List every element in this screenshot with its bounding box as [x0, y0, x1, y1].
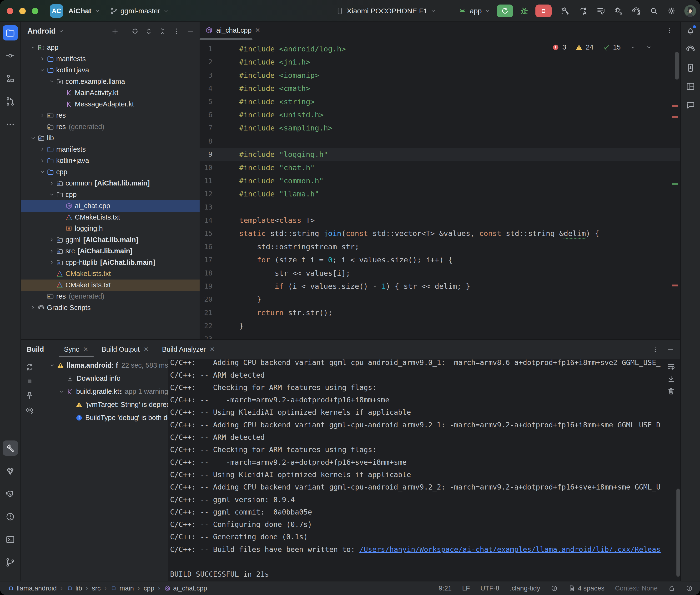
problems-status-icon[interactable]: [686, 585, 693, 592]
rerun-sync-icon[interactable]: [25, 363, 34, 372]
change-stripe-mark[interactable]: [672, 183, 678, 185]
chevron-closed[interactable]: [49, 237, 55, 243]
tree-item-res[interactable]: res: [21, 110, 200, 121]
tree-item-manifests[interactable]: manifests: [21, 53, 200, 65]
stop-disabled-icon[interactable]: [25, 377, 34, 386]
tree-item-mainactivity-kt[interactable]: MainActivity.kt: [21, 87, 200, 98]
build-tab-build-output[interactable]: Build Output✕: [95, 340, 155, 359]
chevron-open[interactable]: [30, 45, 36, 51]
chevron-closed[interactable]: [30, 305, 36, 311]
chevron-open[interactable]: [39, 169, 46, 175]
code-style-config[interactable]: .clang-tidy: [510, 585, 540, 592]
attach-debugger-icon[interactable]: [614, 6, 623, 16]
breadcrumb-item-src[interactable]: src: [92, 585, 101, 592]
tool-window-button-pull-requests-icon[interactable]: [3, 94, 18, 109]
tree-item-messageadapter-kt[interactable]: MessageAdapter.kt: [21, 98, 200, 110]
tree-item-res[interactable]: res (generated): [21, 121, 200, 133]
build-tab-build-analyzer[interactable]: Build Analyzer✕: [155, 340, 222, 359]
close-tab-icon[interactable]: ✕: [209, 346, 215, 353]
tool-window-button-commit-icon[interactable]: [3, 48, 18, 63]
scroll-to-end-icon[interactable]: [667, 374, 675, 383]
tool-window-button-terminal-icon[interactable]: [3, 532, 18, 547]
build-hammer-run-icon[interactable]: [561, 6, 570, 16]
tree-item-ai-chat-cpp[interactable]: C ai_chat.cpp: [21, 200, 200, 212]
breadcrumb-item-cpp[interactable]: cpp: [144, 585, 155, 592]
debug-button[interactable]: [519, 6, 529, 16]
branch-selector[interactable]: ggml-master: [110, 7, 169, 15]
close-window-button[interactable]: [7, 8, 13, 14]
lock-open-icon[interactable]: [668, 585, 675, 592]
tool-window-button-problems-icon[interactable]: [3, 509, 18, 524]
notifications-bell-icon[interactable]: [685, 26, 696, 36]
user-avatar[interactable]: [684, 5, 696, 17]
chevron-open[interactable]: [49, 192, 55, 198]
editor-options-kebab-icon[interactable]: [666, 26, 674, 35]
tree-item-gradle-scripts[interactable]: Gradle Scripts: [21, 302, 200, 314]
close-tab-icon[interactable]: ✕: [255, 26, 260, 34]
tree-item-lib[interactable]: lib: [21, 132, 200, 144]
tree-item-com-example-llama[interactable]: com.example.llama: [21, 76, 200, 87]
layout-inspector-icon[interactable]: [685, 81, 696, 91]
hide-panel-icon[interactable]: [186, 27, 194, 35]
context-indicator[interactable]: Context: None: [615, 585, 657, 592]
chevron-open[interactable]: [39, 67, 46, 73]
line-ending[interactable]: LF: [462, 585, 470, 592]
tool-window-button-project-folder-icon[interactable]: [3, 25, 18, 40]
tree-item-cmakelists-txt[interactable]: CMakeLists.txt: [21, 212, 200, 223]
chevron-open[interactable]: [58, 389, 64, 395]
breadcrumb-item-llama-android[interactable]: llama.android: [8, 585, 57, 592]
settings-gear-icon[interactable]: [667, 6, 676, 16]
file-encoding[interactable]: UTF-8: [480, 585, 499, 592]
chevron-closed[interactable]: [49, 259, 55, 265]
chevron-open[interactable]: [49, 362, 55, 369]
tree-item-logging-h[interactable]: H logging.h: [21, 223, 200, 234]
tree-item-cmakelists-txt[interactable]: CMakeLists.txt: [21, 268, 200, 280]
tree-item-app[interactable]: app: [21, 42, 200, 53]
chevron-closed[interactable]: [39, 146, 46, 152]
build-tree-item[interactable]: build.gradle.kts app 1 warning: [38, 385, 168, 398]
chevron-closed[interactable]: [39, 56, 46, 62]
tree-item-kotlin-java[interactable]: kotlin+java: [21, 155, 200, 166]
editor-scrollbar-thumb[interactable]: [675, 52, 679, 80]
chevron-closed[interactable]: [39, 158, 46, 164]
tree-item-kotlin-java[interactable]: kotlin+java: [21, 64, 200, 76]
rerun-button[interactable]: [497, 4, 513, 18]
build-output-path-link[interactable]: /Users/hanyin/Workspace/ai-chat/examples…: [359, 545, 661, 554]
next-problem-chevron-icon[interactable]: [645, 44, 652, 51]
tool-window-button-gemini-icon[interactable]: [3, 463, 18, 479]
pin-tab-icon[interactable]: [25, 391, 34, 400]
build-variants-icon[interactable]: [596, 6, 606, 16]
add-icon[interactable]: [111, 27, 119, 35]
tool-window-button-version-control-icon[interactable]: [3, 555, 18, 570]
chevron-open[interactable]: [49, 78, 55, 85]
collapse-all-icon[interactable]: [159, 27, 167, 35]
error-stripe-mark[interactable]: [672, 285, 678, 286]
tree-item-cpp[interactable]: cpp: [21, 189, 200, 200]
inspections-widget[interactable]: 3 24 15: [552, 43, 652, 51]
build-tree-item[interactable]: Download info: [38, 372, 168, 385]
device-explorer-icon[interactable]: [685, 63, 696, 73]
window-controls[interactable]: [7, 8, 38, 14]
tree-item-ggml[interactable]: ggml [AiChat.lib.main]: [21, 234, 200, 246]
breadcrumb-item-main[interactable]: main: [110, 585, 134, 592]
tool-window-button-structure-icon[interactable]: [3, 71, 18, 86]
filter-view-icon[interactable]: [25, 405, 34, 415]
stop-button[interactable]: [535, 4, 552, 18]
build-tree-item[interactable]: llama.android: fi 22 sec, 583 ms: [38, 359, 168, 372]
chevron-closed[interactable]: [39, 112, 46, 119]
close-tab-icon[interactable]: ✕: [143, 346, 149, 353]
gradle-sync-icon[interactable]: [632, 6, 641, 16]
minimize-window-button[interactable]: [19, 8, 26, 14]
gradle-icon[interactable]: [685, 44, 696, 54]
previous-problem-chevron-icon[interactable]: [630, 44, 636, 51]
project-view-selector[interactable]: Android: [27, 27, 56, 35]
project-selector[interactable]: AiChat: [68, 7, 101, 15]
assistant-chat-icon[interactable]: [685, 100, 696, 110]
options-kebab-icon[interactable]: [172, 27, 180, 35]
error-stripe-mark[interactable]: [672, 105, 678, 107]
tree-item-cmakelists-txt[interactable]: CMakeLists.txt: [21, 280, 200, 291]
chevron-closed[interactable]: [49, 180, 55, 187]
search-everywhere-icon[interactable]: [649, 6, 659, 16]
build-tree-item[interactable]: 'jvmTarget: String' is deprec: [38, 398, 168, 411]
hide-build-panel-icon[interactable]: [666, 345, 674, 353]
